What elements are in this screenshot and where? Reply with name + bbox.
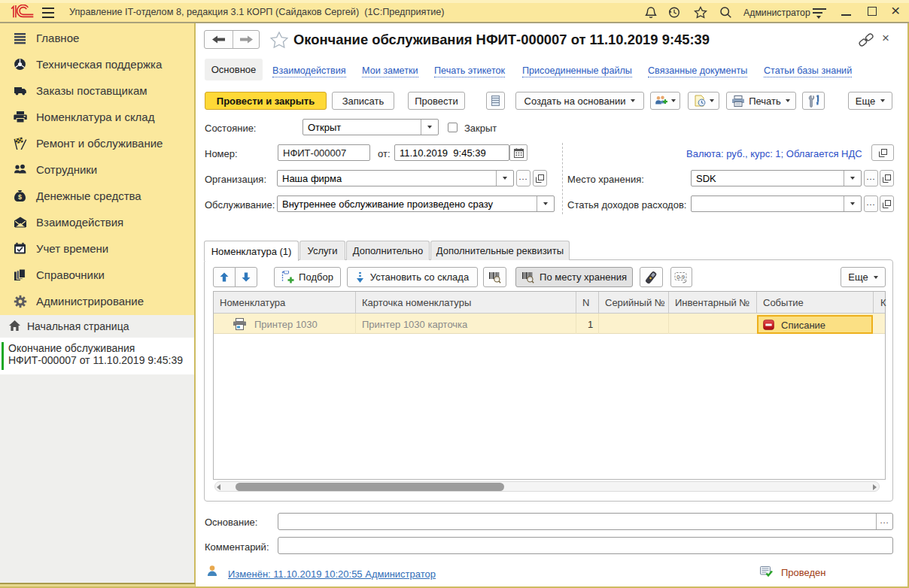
svg-text:$: $ [18,193,22,201]
svg-text:0-9: 0-9 [676,273,685,280]
